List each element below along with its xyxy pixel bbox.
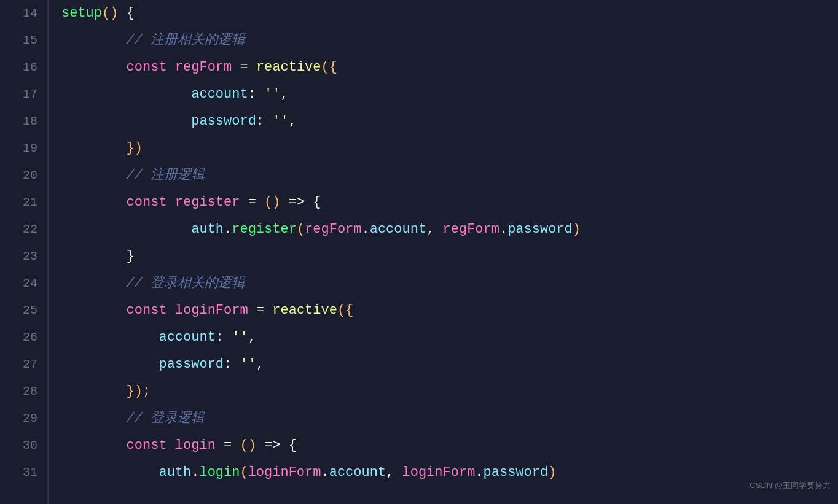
code-line-23: }: [61, 243, 838, 270]
line-25: 25: [0, 297, 37, 324]
line-14: 14: [0, 0, 37, 27]
code-line-27: password: '',: [61, 351, 838, 378]
code-line-24: // 登录相关的逻辑: [61, 270, 838, 297]
code-line-17: account: '',: [61, 81, 838, 108]
line-18: 18: [0, 108, 37, 135]
line-22: 22: [0, 216, 37, 243]
line-number-gutter: 14 15 16 17 18 19 20 21 22 23 24 25 26 2…: [0, 0, 49, 504]
code-line-25: const loginForm = reactive({: [61, 297, 838, 324]
watermark: CSDN @王同学要努力: [750, 472, 831, 499]
code-line-16: const regForm = reactive({: [61, 54, 838, 81]
code-line-19: }): [61, 135, 838, 162]
code-line-30: const login = () => {: [61, 432, 838, 459]
line-24: 24: [0, 270, 37, 297]
code-editor: 14 15 16 17 18 19 20 21 22 23 24 25 26 2…: [0, 0, 838, 504]
line-30: 30: [0, 432, 37, 459]
line-19: 19: [0, 135, 37, 162]
line-15: 15: [0, 27, 37, 54]
line-31: 31: [0, 459, 37, 486]
line-28: 28: [0, 378, 37, 405]
code-line-15: // 注册相关的逻辑: [61, 27, 838, 54]
code-line-18: password: '',: [61, 108, 838, 135]
code-line-14: setup() {: [61, 0, 838, 27]
code-line-28: });: [61, 378, 838, 405]
line-27: 27: [0, 351, 37, 378]
code-line-26: account: '',: [61, 324, 838, 351]
code-line-20: // 注册逻辑: [61, 162, 838, 189]
line-26: 26: [0, 324, 37, 351]
line-23: 23: [0, 243, 37, 270]
code-line-29: // 登录逻辑: [61, 405, 838, 432]
line-29: 29: [0, 405, 37, 432]
line-17: 17: [0, 81, 37, 108]
code-line-22: auth.register(regForm.account, regForm.p…: [61, 216, 838, 243]
line-21: 21: [0, 189, 37, 216]
code-line-31: auth.login(loginForm.account, loginForm.…: [61, 459, 838, 486]
code-line-21: const register = () => {: [61, 189, 838, 216]
code-area: setup() { // 注册相关的逻辑 const regForm = rea…: [49, 0, 838, 504]
line-16: 16: [0, 54, 37, 81]
line-20: 20: [0, 162, 37, 189]
